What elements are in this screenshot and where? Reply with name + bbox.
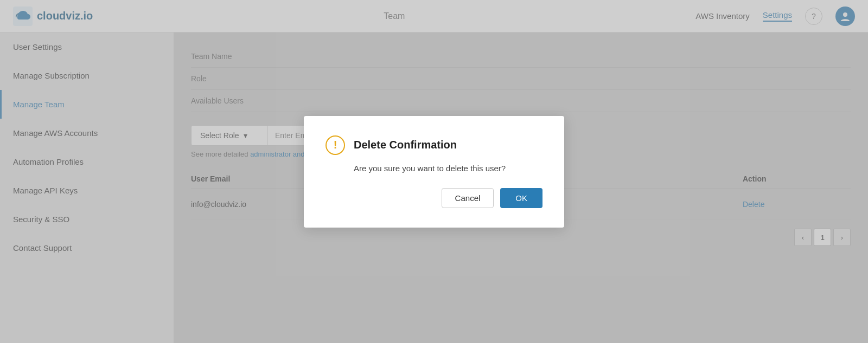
- modal-header: ! Delete Confirmation: [326, 135, 542, 155]
- modal-actions: Cancel OK: [326, 188, 542, 208]
- cancel-button[interactable]: Cancel: [442, 188, 494, 208]
- modal-title: Delete Confirmation: [354, 139, 457, 151]
- modal-message: Are you sure you want to delete this use…: [354, 164, 542, 173]
- modal-overlay: ! Delete Confirmation Are you sure you w…: [0, 0, 868, 343]
- delete-confirmation-modal: ! Delete Confirmation Are you sure you w…: [304, 116, 564, 228]
- ok-button[interactable]: OK: [500, 188, 542, 208]
- warning-icon: !: [326, 135, 345, 155]
